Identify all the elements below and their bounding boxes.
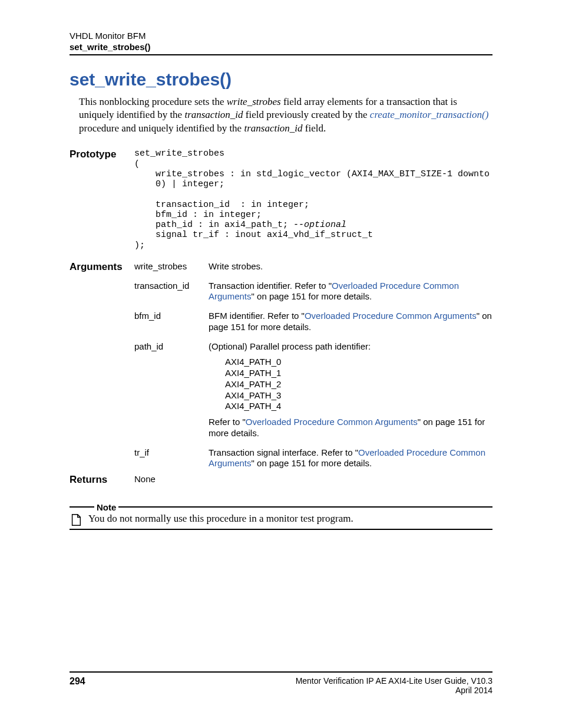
arg-row-path-id: path_id (Optional) Parallel process path… — [134, 341, 492, 439]
note-rule — [70, 506, 94, 508]
arg-desc: BFM identifier. Refer to "Overloaded Pro… — [209, 311, 492, 333]
arg-desc: Transaction signal interface. Refer to "… — [209, 447, 492, 470]
label-arguments: Arguments — [70, 261, 134, 273]
note-text: You do not normally use this procedure i… — [88, 513, 353, 525]
arg-desc: Transaction identifier. Refer to "Overlo… — [209, 281, 492, 303]
running-header: VHDL Monitor BFM set_write_strobes() — [70, 31, 492, 55]
link-overloaded-args[interactable]: Overloaded Procedure Common Arguments — [246, 417, 418, 427]
note-label: Note — [94, 502, 118, 512]
footer-guide: Mentor Verification IP AE AXI4-Lite User… — [296, 676, 492, 686]
page-title: set_write_strobes() — [70, 70, 492, 90]
arg-row-bfm-id: bfm_id BFM identifier. Refer to "Overloa… — [134, 311, 492, 333]
arg-desc: (Optional) Parallel process path identif… — [209, 341, 492, 439]
label-prototype: Prototype — [70, 149, 134, 160]
link-overloaded-args[interactable]: Overloaded Procedure Common Arguments — [305, 311, 477, 321]
arg-desc: Write strobes. — [209, 261, 492, 272]
header-line-2: set_write_strobes() — [70, 42, 492, 53]
link-create-monitor-transaction[interactable]: create_monitor_transaction() — [370, 109, 488, 120]
note-block: Note You do not normally use this proced… — [70, 501, 492, 530]
note-rule — [118, 506, 492, 508]
header-line-1: VHDL Monitor BFM — [70, 31, 492, 42]
arg-row-tr-if: tr_if Transaction signal interface. Refe… — [134, 447, 492, 470]
arg-row-write-strobes: write_strobes Write strobes. — [134, 261, 492, 272]
arg-name: transaction_id — [134, 281, 209, 303]
arg-name: write_strobes — [134, 261, 209, 272]
label-returns: Returns — [70, 474, 134, 486]
prototype-code: set_write_strobes ( write_strobes : in s… — [134, 149, 492, 251]
footer-date: April 2014 — [296, 686, 492, 695]
page-number: 294 — [70, 676, 85, 687]
page-footer: 294 Mentor Verification IP AE AXI4-Lite … — [70, 671, 492, 695]
arg-name: path_id — [134, 341, 209, 439]
note-page-icon — [70, 513, 82, 526]
arg-name: tr_if — [134, 447, 209, 470]
path-list: AXI4_PATH_0 AXI4_PATH_1 AXI4_PATH_2 AXI4… — [225, 357, 492, 412]
returns-value: None — [134, 474, 156, 484]
arg-row-transaction-id: transaction_id Transaction identifier. R… — [134, 281, 492, 303]
intro-paragraph: This nonblocking procedure sets the writ… — [79, 95, 492, 136]
arg-name: bfm_id — [134, 311, 209, 333]
